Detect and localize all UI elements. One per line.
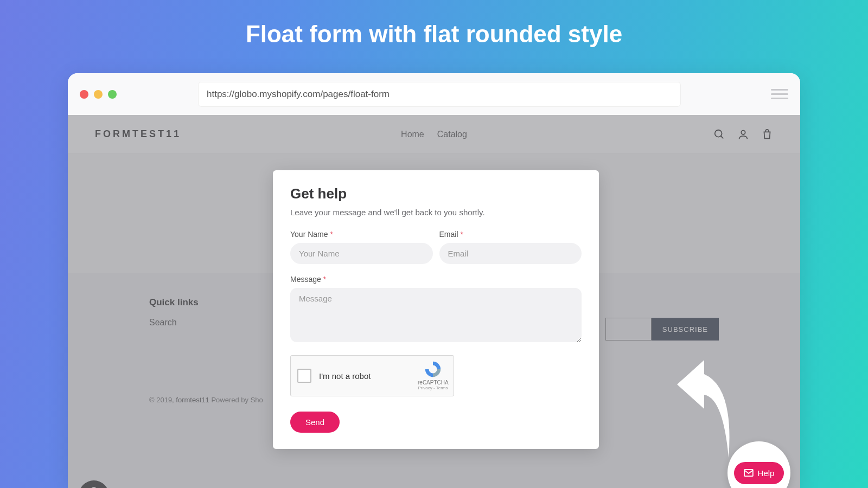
recaptcha-badge: reCAPTCHA Privacy - Terms xyxy=(418,360,448,390)
message-label: Message * xyxy=(290,275,582,284)
name-label: Your Name * xyxy=(290,230,433,239)
url-bar[interactable]: https://globo.myshopify.com/pages/float-… xyxy=(198,82,681,107)
float-form-modal: Get help Leave your message and we'll ge… xyxy=(273,170,599,449)
close-window-icon[interactable] xyxy=(80,90,88,99)
required-asterisk: * xyxy=(323,275,326,284)
maximize-window-icon[interactable] xyxy=(108,90,117,99)
site-viewport: FORMTEST11 Home Catalog This is a demo p… xyxy=(68,115,800,488)
recaptcha-widget: I'm not a robot reCAPTCHA Privacy - Term… xyxy=(290,355,454,396)
window-controls xyxy=(80,90,117,99)
email-input[interactable] xyxy=(439,243,582,264)
browser-chrome: https://globo.myshopify.com/pages/float-… xyxy=(68,73,800,115)
name-field: Your Name * xyxy=(290,230,433,264)
help-label: Help xyxy=(758,468,775,478)
recaptcha-checkbox[interactable] xyxy=(297,369,311,383)
help-pill[interactable]: Help xyxy=(734,462,784,484)
email-label: Email * xyxy=(439,230,582,239)
hamburger-menu-icon[interactable] xyxy=(771,89,788,99)
recaptcha-brand: reCAPTCHA xyxy=(418,380,448,386)
browser-window: https://globo.myshopify.com/pages/float-… xyxy=(68,73,800,488)
form-heading: Get help xyxy=(290,185,582,202)
recaptcha-label: I'm not a robot xyxy=(319,371,371,381)
send-button[interactable]: Send xyxy=(290,412,340,433)
page-heading: Float form with flat rounded style xyxy=(0,0,868,48)
pointer-arrow-icon xyxy=(653,360,739,463)
message-field: Message * xyxy=(290,275,582,344)
form-subtitle: Leave your message and we'll get back to… xyxy=(290,208,582,217)
required-asterisk: * xyxy=(460,230,463,239)
recaptcha-logo-icon xyxy=(424,360,442,378)
mail-icon xyxy=(744,469,754,477)
minimize-window-icon[interactable] xyxy=(94,90,103,99)
email-field: Email * xyxy=(439,230,582,264)
required-asterisk: * xyxy=(330,230,333,239)
name-input[interactable] xyxy=(290,243,433,264)
recaptcha-terms[interactable]: Privacy - Terms xyxy=(418,386,448,390)
message-textarea[interactable] xyxy=(290,288,582,342)
